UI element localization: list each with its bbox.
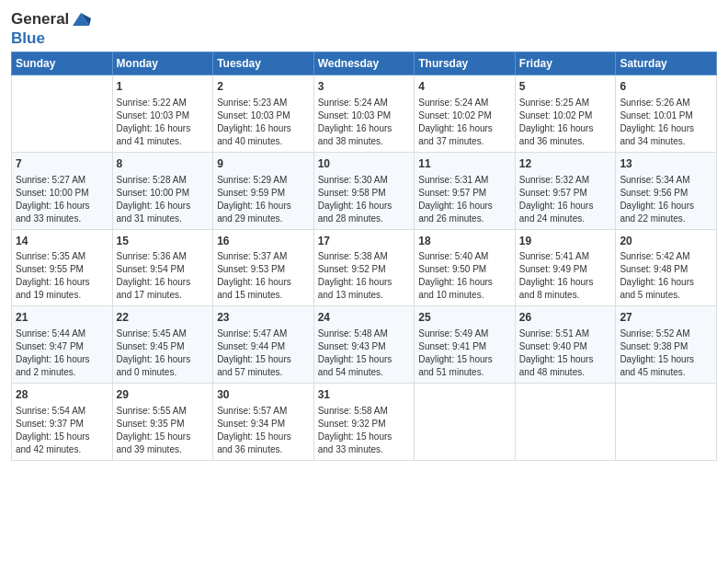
calendar-cell: 16Sunrise: 5:37 AMSunset: 9:53 PMDayligh… [213,229,314,306]
day-number: 7 [16,156,108,172]
header: General Blue [11,9,717,48]
day-number: 20 [620,234,712,249]
day-number: 3 [318,79,411,95]
header-day-tuesday: Tuesday [213,52,314,75]
calendar-cell: 28Sunrise: 5:54 AMSunset: 9:37 PMDayligh… [12,384,113,461]
day-info: Sunrise: 5:58 AMSunset: 9:32 PMDaylight:… [318,405,411,456]
calendar-cell: 8Sunrise: 5:28 AMSunset: 10:00 PMDayligh… [112,152,213,229]
calendar-cell [415,384,516,461]
calendar-cell: 18Sunrise: 5:40 AMSunset: 9:50 PMDayligh… [415,229,516,306]
day-info: Sunrise: 5:25 AMSunset: 10:02 PMDaylight… [519,97,612,148]
day-info: Sunrise: 5:38 AMSunset: 9:52 PMDaylight:… [318,250,411,302]
day-number: 26 [519,310,612,326]
day-number: 17 [318,234,411,249]
day-number: 9 [217,156,310,172]
calendar-cell: 26Sunrise: 5:51 AMSunset: 9:40 PMDayligh… [515,306,616,384]
day-number: 25 [418,310,511,326]
day-number: 24 [318,310,411,326]
calendar-cell: 7Sunrise: 5:27 AMSunset: 10:00 PMDayligh… [12,152,113,229]
day-info: Sunrise: 5:51 AMSunset: 9:40 PMDaylight:… [519,327,612,379]
day-info: Sunrise: 5:45 AMSunset: 9:45 PMDaylight:… [117,327,210,379]
day-number: 6 [620,79,712,95]
day-info: Sunrise: 5:54 AMSunset: 9:37 PMDaylight:… [16,405,108,456]
week-row-2: 7Sunrise: 5:27 AMSunset: 10:00 PMDayligh… [12,152,717,229]
day-info: Sunrise: 5:55 AMSunset: 9:35 PMDaylight:… [117,405,210,456]
day-info: Sunrise: 5:52 AMSunset: 9:38 PMDaylight:… [620,327,712,379]
day-info: Sunrise: 5:36 AMSunset: 9:54 PMDaylight:… [117,250,210,302]
week-row-3: 14Sunrise: 5:35 AMSunset: 9:55 PMDayligh… [12,229,717,306]
day-number: 28 [16,387,108,403]
day-info: Sunrise: 5:57 AMSunset: 9:34 PMDaylight:… [217,405,310,456]
week-row-4: 21Sunrise: 5:44 AMSunset: 9:47 PMDayligh… [12,306,717,384]
header-day-saturday: Saturday [616,52,717,75]
day-number: 23 [217,310,310,326]
day-info: Sunrise: 5:49 AMSunset: 9:41 PMDaylight:… [418,327,511,379]
logo-icon [71,9,91,29]
calendar-cell: 1Sunrise: 5:22 AMSunset: 10:03 PMDayligh… [112,75,213,153]
day-info: Sunrise: 5:47 AMSunset: 9:44 PMDaylight:… [217,327,310,379]
calendar-cell: 21Sunrise: 5:44 AMSunset: 9:47 PMDayligh… [12,306,113,384]
calendar-cell: 13Sunrise: 5:34 AMSunset: 9:56 PMDayligh… [616,152,717,229]
calendar-cell: 29Sunrise: 5:55 AMSunset: 9:35 PMDayligh… [112,384,213,461]
week-row-5: 28Sunrise: 5:54 AMSunset: 9:37 PMDayligh… [12,384,717,461]
day-info: Sunrise: 5:34 AMSunset: 9:56 PMDaylight:… [620,174,712,225]
calendar-cell: 12Sunrise: 5:32 AMSunset: 9:57 PMDayligh… [515,152,616,229]
calendar-cell: 31Sunrise: 5:58 AMSunset: 9:32 PMDayligh… [313,384,415,461]
day-info: Sunrise: 5:23 AMSunset: 10:03 PMDaylight… [217,97,310,148]
calendar-cell: 27Sunrise: 5:52 AMSunset: 9:38 PMDayligh… [616,306,717,384]
day-number: 14 [16,234,108,249]
day-info: Sunrise: 5:41 AMSunset: 9:49 PMDaylight:… [519,250,612,302]
calendar-cell: 5Sunrise: 5:25 AMSunset: 10:02 PMDayligh… [515,75,616,153]
header-day-friday: Friday [515,52,616,75]
calendar-cell: 2Sunrise: 5:23 AMSunset: 10:03 PMDayligh… [213,75,314,153]
logo-text-general: General [11,10,69,29]
calendar-cell: 24Sunrise: 5:48 AMSunset: 9:43 PMDayligh… [313,306,415,384]
day-number: 10 [318,156,411,172]
day-number: 15 [117,234,210,249]
calendar-cell [12,75,113,153]
day-info: Sunrise: 5:40 AMSunset: 9:50 PMDaylight:… [418,250,511,302]
header-day-wednesday: Wednesday [313,52,415,75]
calendar-cell: 22Sunrise: 5:45 AMSunset: 9:45 PMDayligh… [112,306,213,384]
day-info: Sunrise: 5:30 AMSunset: 9:58 PMDaylight:… [318,174,411,225]
day-number: 12 [519,156,612,172]
day-info: Sunrise: 5:48 AMSunset: 9:43 PMDaylight:… [318,327,411,379]
calendar-cell: 3Sunrise: 5:24 AMSunset: 10:03 PMDayligh… [313,75,415,153]
day-number: 21 [16,310,108,326]
day-number: 13 [620,156,712,172]
day-info: Sunrise: 5:31 AMSunset: 9:57 PMDaylight:… [418,174,511,225]
calendar-cell: 20Sunrise: 5:42 AMSunset: 9:48 PMDayligh… [616,229,717,306]
day-number: 5 [519,79,612,95]
day-number: 30 [217,387,310,403]
week-row-1: 1Sunrise: 5:22 AMSunset: 10:03 PMDayligh… [12,75,717,153]
calendar-cell: 11Sunrise: 5:31 AMSunset: 9:57 PMDayligh… [415,152,516,229]
day-info: Sunrise: 5:27 AMSunset: 10:00 PMDaylight… [16,174,108,225]
calendar-cell: 4Sunrise: 5:24 AMSunset: 10:02 PMDayligh… [415,75,516,153]
day-number: 11 [418,156,511,172]
calendar-cell: 14Sunrise: 5:35 AMSunset: 9:55 PMDayligh… [12,229,113,306]
logo: General Blue [11,9,91,48]
calendar-cell: 6Sunrise: 5:26 AMSunset: 10:01 PMDayligh… [616,75,717,153]
header-day-sunday: Sunday [12,52,113,75]
day-number: 27 [620,310,712,326]
header-day-thursday: Thursday [415,52,516,75]
day-info: Sunrise: 5:42 AMSunset: 9:48 PMDaylight:… [620,250,712,302]
day-number: 19 [519,234,612,249]
calendar-cell: 19Sunrise: 5:41 AMSunset: 9:49 PMDayligh… [515,229,616,306]
day-number: 18 [418,234,511,249]
calendar-table: SundayMondayTuesdayWednesdayThursdayFrid… [11,52,717,461]
day-info: Sunrise: 5:22 AMSunset: 10:03 PMDaylight… [117,97,210,148]
calendar-cell: 15Sunrise: 5:36 AMSunset: 9:54 PMDayligh… [112,229,213,306]
day-info: Sunrise: 5:32 AMSunset: 9:57 PMDaylight:… [519,174,612,225]
calendar-cell: 17Sunrise: 5:38 AMSunset: 9:52 PMDayligh… [313,229,415,306]
day-info: Sunrise: 5:35 AMSunset: 9:55 PMDaylight:… [16,250,108,302]
day-info: Sunrise: 5:29 AMSunset: 9:59 PMDaylight:… [217,174,310,225]
calendar-cell: 23Sunrise: 5:47 AMSunset: 9:44 PMDayligh… [213,306,314,384]
day-number: 31 [318,387,411,403]
calendar-cell: 9Sunrise: 5:29 AMSunset: 9:59 PMDaylight… [213,152,314,229]
day-info: Sunrise: 5:26 AMSunset: 10:01 PMDaylight… [620,97,712,148]
day-number: 22 [117,310,210,326]
day-info: Sunrise: 5:24 AMSunset: 10:03 PMDaylight… [318,97,411,148]
day-info: Sunrise: 5:44 AMSunset: 9:47 PMDaylight:… [16,327,108,379]
calendar-cell: 10Sunrise: 5:30 AMSunset: 9:58 PMDayligh… [313,152,415,229]
